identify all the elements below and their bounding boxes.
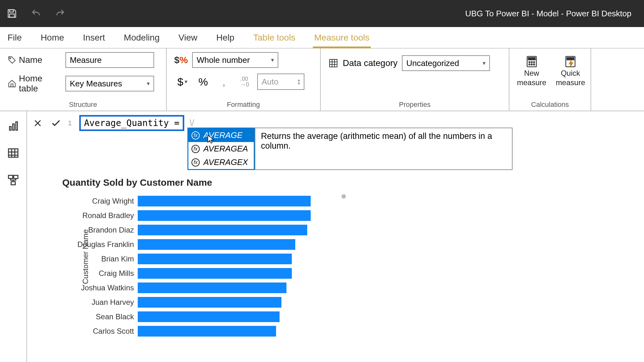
bar-label: Joshua Watkins bbox=[81, 283, 134, 292]
name-input[interactable] bbox=[65, 52, 154, 68]
tab-help[interactable]: Help bbox=[215, 33, 236, 43]
svg-point-9 bbox=[529, 64, 530, 65]
formula-input[interactable]: Average_Quantity = bbox=[79, 115, 184, 131]
ribbon-tabs: File Home Insert Modeling View Help Tabl… bbox=[0, 27, 644, 48]
tab-table-tools[interactable]: Table tools bbox=[252, 33, 297, 43]
intellisense-item[interactable]: fxAVERAGE bbox=[188, 129, 254, 142]
svg-rect-1 bbox=[10, 14, 14, 18]
bar-label: Brandon Diaz bbox=[88, 226, 134, 234]
svg-rect-17 bbox=[8, 149, 18, 157]
redo-icon[interactable] bbox=[55, 8, 65, 19]
formula-bar: 1 Average_Quantity = V bbox=[31, 115, 195, 131]
model-view-icon[interactable] bbox=[7, 173, 20, 187]
bar-label: Juan Harvey bbox=[92, 298, 134, 307]
svg-rect-14 bbox=[9, 127, 11, 130]
content: 1 Average_Quantity = V fxAVERAGEfxAVERAG… bbox=[0, 111, 644, 362]
bar-label: Ronald Bradley bbox=[82, 211, 134, 220]
bar-label: Brian Kim bbox=[101, 255, 134, 263]
group-label-properties: Properties bbox=[328, 101, 501, 109]
bar[interactable] bbox=[138, 225, 307, 235]
window-title: UBG To Power BI - Model - Power BI Deskt… bbox=[65, 9, 638, 19]
bar[interactable] bbox=[138, 239, 295, 250]
commit-formula-button[interactable] bbox=[50, 117, 62, 129]
ribbon: Name Home table Key Measures ▾ Structure bbox=[0, 48, 644, 111]
bar-label: Carlos Scott bbox=[93, 327, 134, 336]
canvas: 1 Average_Quantity = V fxAVERAGEfxAVERAG… bbox=[27, 111, 644, 362]
intellisense-item[interactable]: fxAVERAGEX bbox=[188, 156, 254, 169]
bar[interactable] bbox=[138, 196, 311, 206]
function-tooltip: Returns the average (arithmetic mean) of… bbox=[255, 128, 513, 170]
home-table-label: Home table bbox=[19, 74, 61, 94]
undo-icon[interactable] bbox=[31, 8, 42, 19]
bar-row: Douglas Franklin bbox=[138, 238, 352, 251]
intellisense-popup: fxAVERAGEfxAVERAGEAfxAVERAGEX Returns th… bbox=[187, 128, 513, 170]
tab-home[interactable]: Home bbox=[39, 33, 65, 43]
bar-label: Craig Mills bbox=[99, 269, 134, 278]
data-view-icon[interactable] bbox=[7, 146, 20, 160]
decimals-button[interactable]: .00→0 bbox=[236, 74, 253, 90]
bar-row: Craig Mills bbox=[138, 267, 352, 280]
svg-rect-3 bbox=[330, 59, 337, 67]
group-label-formatting: Formatting bbox=[174, 101, 313, 109]
data-category-select[interactable]: Uncategorized ▾ bbox=[402, 55, 490, 71]
svg-rect-0 bbox=[10, 10, 14, 12]
tab-measure-tools[interactable]: Measure tools bbox=[313, 33, 371, 43]
decimal-places-input[interactable]: Auto ▴▾ bbox=[257, 74, 304, 90]
stepper-icon: ▴▾ bbox=[298, 78, 300, 85]
tab-view[interactable]: View bbox=[177, 33, 199, 43]
chevron-down-icon: ▾ bbox=[147, 80, 150, 87]
format-select[interactable]: Whole number ▾ bbox=[192, 52, 278, 68]
intellisense-item[interactable]: fxAVERAGEA bbox=[188, 142, 254, 156]
cancel-formula-button[interactable] bbox=[31, 117, 44, 129]
save-icon[interactable] bbox=[6, 8, 18, 19]
svg-point-6 bbox=[529, 62, 530, 63]
quick-measure-button[interactable]: Quick measure bbox=[556, 55, 585, 87]
bar-row: Joshua Watkins bbox=[138, 282, 352, 294]
chart-visual[interactable]: Quantity Sold by Customer Name Customer … bbox=[62, 177, 352, 333]
bar-row: Ronald Bradley bbox=[138, 209, 352, 222]
thousands-button[interactable]: , bbox=[216, 74, 232, 90]
group-label-structure: Structure bbox=[8, 101, 158, 109]
titlebar: UBG To Power BI - Model - Power BI Deskt… bbox=[0, 0, 644, 27]
report-view-icon[interactable] bbox=[7, 119, 20, 133]
bar[interactable] bbox=[138, 311, 280, 322]
bar-row: Craig Wright bbox=[138, 195, 352, 207]
chart-body: Craig WrightRonald BradleyBrandon DiazDo… bbox=[138, 195, 352, 333]
svg-rect-19 bbox=[14, 175, 18, 178]
svg-rect-16 bbox=[16, 122, 17, 130]
bar[interactable] bbox=[138, 210, 311, 221]
function-icon: fx bbox=[192, 145, 200, 153]
svg-rect-5 bbox=[528, 58, 535, 60]
svg-rect-20 bbox=[11, 182, 15, 185]
bar-row: Brandon Diaz bbox=[138, 224, 352, 236]
bar[interactable] bbox=[138, 254, 292, 264]
bar[interactable] bbox=[138, 268, 292, 279]
data-category-icon bbox=[328, 58, 338, 68]
percent-button[interactable]: % bbox=[195, 74, 211, 90]
bar-label: Craig Wright bbox=[92, 197, 134, 206]
svg-point-10 bbox=[531, 64, 532, 65]
tag-icon bbox=[8, 56, 16, 64]
chevron-down-icon: ▾ bbox=[483, 60, 486, 67]
name-label: Name bbox=[19, 55, 42, 65]
home-table-select[interactable]: Key Measures ▾ bbox=[65, 76, 154, 91]
view-sidebar bbox=[0, 111, 27, 362]
function-icon: fx bbox=[192, 131, 200, 140]
svg-point-8 bbox=[533, 62, 535, 63]
bar[interactable] bbox=[138, 326, 276, 337]
function-icon: fx bbox=[192, 158, 200, 167]
chart-title: Quantity Sold by Customer Name bbox=[62, 177, 352, 188]
bar-label: Sean Black bbox=[96, 312, 134, 321]
tab-modeling[interactable]: Modeling bbox=[123, 33, 161, 43]
bar-row: Brian Kim bbox=[138, 253, 352, 265]
bar-row: Sean Black bbox=[138, 310, 352, 323]
new-measure-button[interactable]: New measure bbox=[517, 55, 546, 87]
data-category-label: Data category bbox=[343, 58, 397, 68]
currency-button[interactable]: $▾ bbox=[174, 74, 191, 90]
tab-insert[interactable]: Insert bbox=[82, 33, 106, 43]
group-properties: Data category Uncategorized ▾ Properties bbox=[321, 48, 509, 111]
svg-rect-18 bbox=[8, 175, 13, 178]
bar[interactable] bbox=[138, 297, 281, 308]
tab-file[interactable]: File bbox=[6, 33, 23, 43]
bar[interactable] bbox=[138, 282, 286, 293]
